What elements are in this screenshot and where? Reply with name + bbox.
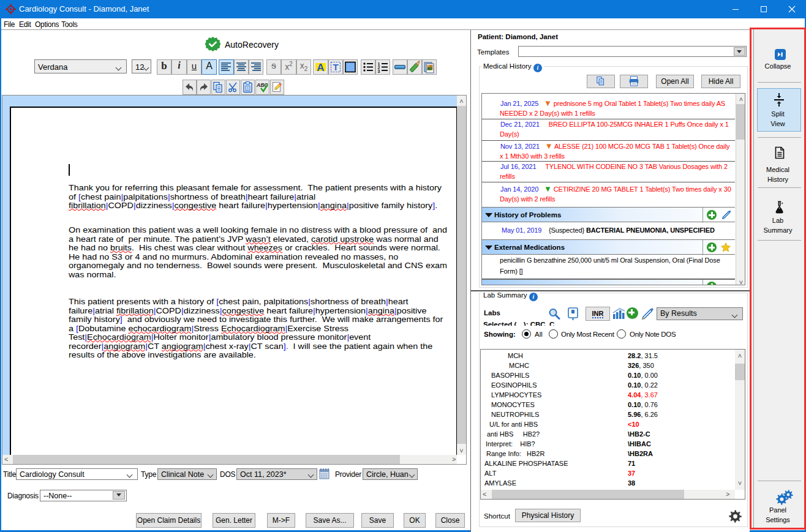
svg-text:A: A (317, 62, 324, 73)
svg-text:T: T (333, 62, 338, 72)
svg-text:3: 3 (378, 69, 380, 73)
